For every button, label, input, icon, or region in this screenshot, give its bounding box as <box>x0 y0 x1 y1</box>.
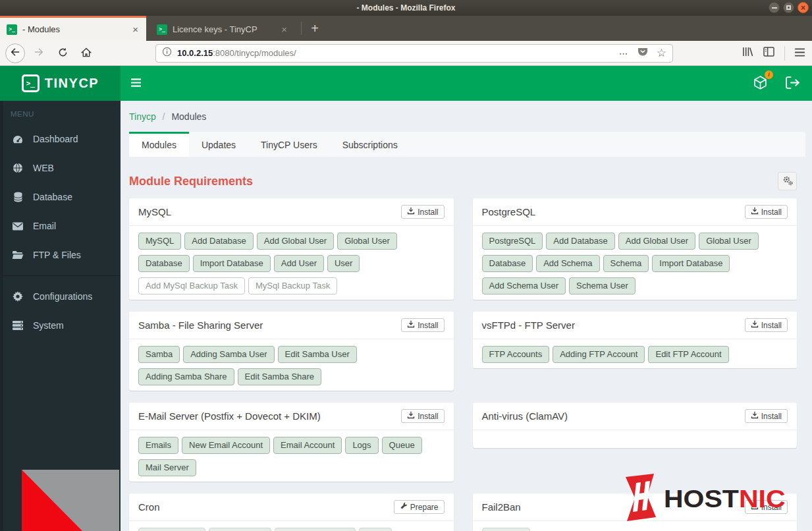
sidebar-item-label: Database <box>33 192 72 202</box>
module-card: E-Mail Server (Postfix + Dovecot + DKIM)… <box>129 403 454 482</box>
tinycp-logo[interactable]: >_ TINYCP <box>0 66 121 101</box>
feature-tag: Edit FTP Account <box>648 346 728 363</box>
library-icon[interactable] <box>742 47 753 59</box>
window-titlebar: - Modules - Mozilla Firefox × <box>0 0 812 16</box>
sidebar-item-label: FTP & Files <box>33 250 81 260</box>
sidebar-item-system[interactable]: System <box>0 311 121 340</box>
sidebar-item-ftp-files[interactable]: FTP & Files <box>0 240 121 269</box>
feature-tag: MySQL <box>138 233 181 250</box>
maximize-button[interactable] <box>783 2 794 13</box>
tab-close-icon[interactable]: × <box>131 24 140 35</box>
home-button[interactable] <box>76 43 96 63</box>
download-icon <box>407 207 415 217</box>
feature-tag: Backup Task <box>209 528 271 531</box>
tab-title: - Modules <box>22 24 126 34</box>
button-label: Install <box>761 208 782 217</box>
new-tab-button[interactable]: + <box>305 18 325 38</box>
hamburger-icon <box>130 79 142 89</box>
forward-button[interactable] <box>29 43 49 63</box>
modules-notification-button[interactable]: i <box>753 75 768 92</box>
feature-tag: Database <box>482 255 533 272</box>
tab-close-icon[interactable]: × <box>280 24 288 35</box>
main-content: Tinycp / Modules ModulesUpdatesTinyCP Us… <box>121 101 812 531</box>
hostnic-watermark: HOSTNIC <box>616 474 786 524</box>
prepare-button[interactable]: Prepare <box>394 500 445 514</box>
server-icon <box>11 321 24 330</box>
install-button[interactable]: Install <box>401 205 444 219</box>
module-card-body: SambaAdding Samba UserEdit Samba UserAdd… <box>129 339 454 391</box>
envelope-icon <box>11 222 24 231</box>
sidebar-item-label: Dashboard <box>33 134 78 144</box>
page-title: Module Requirements <box>129 175 253 188</box>
sidebar-toggle-icon[interactable] <box>763 47 774 59</box>
content-tabs: ModulesUpdatesTinyCP UsersSubscriptions <box>129 132 805 157</box>
module-card-header: Samba - File Sharing ServerInstall <box>129 312 454 339</box>
header-actions: i <box>753 66 812 101</box>
bookmark-star-icon[interactable]: ☆ <box>657 46 666 60</box>
reload-icon <box>58 47 68 59</box>
module-card: Anti-virus (ClamAV)Install <box>473 403 798 448</box>
back-button[interactable] <box>5 43 25 63</box>
module-card-header: vsFTPd - FTP ServerInstall <box>473 312 798 339</box>
install-button[interactable]: Install <box>401 318 444 332</box>
browser-tab[interactable]: >_- Modules× <box>0 16 146 41</box>
corner-watermark <box>22 470 119 531</box>
menu-hamburger-icon[interactable] <box>795 47 805 59</box>
module-card-header: E-Mail Server (Postfix + Dovecot + DKIM)… <box>129 403 454 430</box>
module-card-body: PostgreSQLAdd DatabaseAdd Global UserGlo… <box>473 225 798 300</box>
install-button[interactable]: Install <box>745 409 788 423</box>
button-label: Install <box>761 412 782 421</box>
terminal-logo-icon: >_ <box>22 74 40 92</box>
module-card: PostgreSQLInstallPostgreSQLAdd DatabaseA… <box>473 198 798 300</box>
button-label: Install <box>761 321 782 330</box>
feature-tag: Queue <box>382 437 422 454</box>
browser-tab[interactable]: >_Licence keys - TinyCP× <box>150 16 295 41</box>
minimize-button[interactable] <box>769 2 780 13</box>
tab-modules[interactable]: Modules <box>129 132 189 157</box>
notification-badge: i <box>765 70 773 79</box>
back-icon <box>10 47 20 59</box>
close-button[interactable]: × <box>798 2 809 13</box>
feature-tag: Add Global User <box>618 233 695 250</box>
install-button[interactable]: Install <box>401 409 444 423</box>
feature-tag: Adding Samba Share <box>138 368 234 385</box>
tinycp-favicon-icon: >_ <box>157 24 167 35</box>
home-icon <box>81 47 92 59</box>
feature-tag: Add Schema <box>536 255 599 272</box>
install-button[interactable]: Install <box>745 205 788 219</box>
maximize-icon <box>786 5 791 10</box>
feature-tag: Edit Samba User <box>278 346 357 363</box>
module-card-body: EmailsNew Email AccountEmail AccountLogs… <box>129 430 454 482</box>
tab-separator <box>301 22 302 35</box>
page-actions-icon[interactable]: ⋯ <box>619 48 629 59</box>
sidebar-collapse-button[interactable] <box>130 78 142 89</box>
tab-updates[interactable]: Updates <box>189 132 248 157</box>
breadcrumb-home-link[interactable]: Tinycp <box>129 111 156 122</box>
tab-tinycp-users[interactable]: TinyCP Users <box>248 132 330 157</box>
folder-icon <box>11 250 24 260</box>
url-bar[interactable]: 10.0.2.15:8080/tinycp/modules/ ⋯ ☆ <box>155 44 673 63</box>
sidebar-item-database[interactable]: Database <box>0 182 121 211</box>
feature-tag: Add User <box>274 255 324 272</box>
module-card-header: Anti-virus (ClamAV)Install <box>473 403 798 430</box>
sidebar-item-web[interactable]: WEB <box>0 154 121 182</box>
site-info-icon[interactable] <box>162 47 172 59</box>
logout-button[interactable] <box>786 76 799 91</box>
corner-triangle <box>22 470 82 531</box>
reload-button[interactable] <box>53 43 72 63</box>
sidebar-item-email[interactable]: Email <box>0 211 121 240</box>
download-icon <box>751 411 759 421</box>
module-card-header: MySQLInstall <box>129 198 454 225</box>
feature-tag: Mail Server <box>138 459 196 476</box>
module-card-title: Fail2Ban <box>482 501 521 513</box>
sidebar-item-dashboard[interactable]: Dashboard <box>0 125 121 154</box>
module-card-title: vsFTPd - FTP Server <box>482 320 575 331</box>
module-settings-button[interactable] <box>778 172 797 190</box>
module-card-title: PostgreSQL <box>482 206 536 217</box>
tab-subscriptions[interactable]: Subscriptions <box>330 132 410 157</box>
download-icon <box>407 411 415 421</box>
pocket-icon[interactable] <box>637 47 648 59</box>
hostnic-wordmark: HOSTNIC <box>664 484 786 513</box>
sidebar-item-configurations[interactable]: Configurations <box>0 282 121 311</box>
install-button[interactable]: Install <box>745 318 788 332</box>
